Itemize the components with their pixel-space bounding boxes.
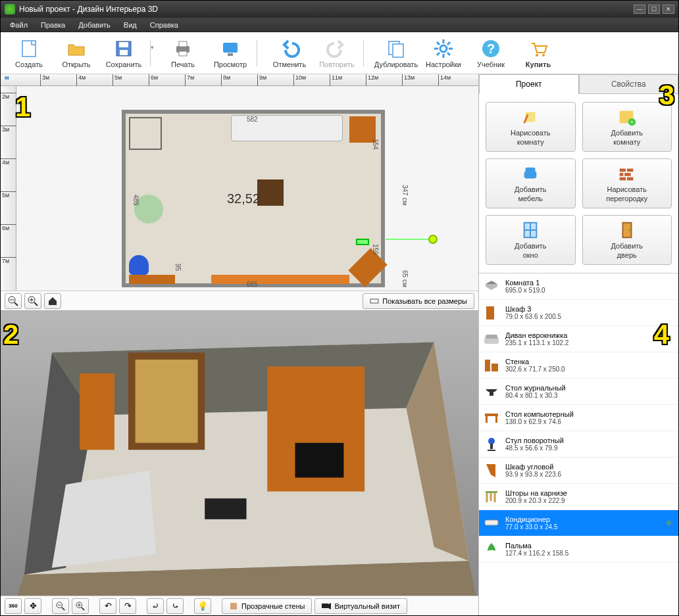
list-item[interactable]: Шторы на карнизе 200.9 x 20.3 x 222.9 (479, 484, 678, 510)
transparent-walls-button[interactable]: Прозрачные стены (222, 598, 312, 614)
list-item[interactable]: Стул поворотный 48.5 x 56.6 x 79.9 (479, 431, 678, 458)
furniture-corner[interactable] (129, 117, 162, 150)
minimize-button[interactable]: — (634, 5, 645, 14)
rotate-360-button[interactable]: 360 (5, 598, 22, 614)
dim-left: 489 (132, 195, 139, 206)
virtual-visit-button[interactable]: Виртуальный визит (314, 598, 407, 614)
furniture-ac[interactable] (356, 239, 369, 245)
draw-room-button[interactable]: Нарисоватькомнату (486, 102, 576, 152)
svg-marker-43 (52, 471, 156, 568)
furniture-wardrobe-angle[interactable] (348, 248, 387, 287)
save-button[interactable]: Сохранить (101, 34, 147, 72)
svg-line-26 (14, 302, 18, 306)
list-item[interactable]: Шкаф 3 79.0 x 63.6 x 200.5 (479, 300, 678, 326)
object-name: Стол журнальный (505, 384, 660, 392)
menu-edit[interactable]: Правка (34, 20, 72, 30)
svg-line-19 (447, 42, 450, 45)
buy-button[interactable]: Купить (515, 34, 561, 72)
add-window-button[interactable]: Добавитьокно (486, 215, 576, 265)
svg-rect-41 (295, 443, 343, 478)
settings-button[interactable]: Настройки (420, 34, 466, 72)
open-button[interactable]: Открыть (53, 34, 99, 72)
create-button[interactable]: Создать (6, 34, 52, 72)
object-dimensions: 48.5 x 56.6 x 79.9 (505, 444, 660, 452)
tilt-up-button[interactable]: ⤾ (147, 598, 164, 614)
object-name: Стенка (505, 358, 660, 366)
visibility-icon[interactable]: 👁 (665, 335, 674, 344)
menu-view[interactable]: Вид (117, 20, 143, 30)
menu-help[interactable]: Справка (143, 20, 185, 30)
separator: ▾ (150, 40, 157, 66)
svg-rect-59 (526, 168, 536, 173)
view-3d[interactable] (1, 311, 478, 596)
list-item[interactable]: Стенка 302.6 x 71.7 x 250.0 (479, 352, 678, 379)
object-icon (483, 541, 500, 558)
svg-rect-60 (620, 169, 626, 172)
object-icon (483, 383, 500, 400)
object-name: Пальма (505, 542, 660, 550)
list-item[interactable]: Диван еврокнижка 235.1 x 113.1 x 102.2 👁 (479, 326, 678, 352)
furniture-chair[interactable] (129, 255, 149, 275)
zoom-out-3d-button[interactable] (52, 598, 69, 614)
help-button[interactable]: ?Учебник (468, 34, 514, 72)
tilt-down-button[interactable]: ⤿ (166, 598, 184, 614)
object-dimensions: 79.0 x 63.6 x 200.5 (505, 313, 660, 320)
add-room-button[interactable]: +Добавитькомнату (582, 102, 672, 152)
home-button[interactable] (44, 293, 61, 309)
rotate-right-button[interactable]: ↷ (119, 598, 136, 614)
redo-button[interactable]: Повторить (314, 34, 360, 72)
svg-line-29 (34, 302, 38, 306)
show-all-dims-button[interactable]: Показывать все размеры (363, 293, 474, 309)
zoom-in-button[interactable] (24, 293, 41, 309)
list-item[interactable]: Стол компьютерный 138.0 x 62.9 x 74.6 (479, 405, 678, 431)
marker-icon (428, 235, 438, 244)
light-button[interactable]: 💡 (194, 598, 211, 614)
dim-door: 95 (174, 264, 182, 271)
list-item[interactable]: Шкаф угловой 93.9 x 93.8 x 223.6 (479, 458, 678, 484)
svg-line-49 (82, 607, 84, 609)
pan-button[interactable]: ✥ (24, 598, 41, 614)
list-item[interactable]: Стол журнальный 80.4 x 80.1 x 30.3 (479, 379, 678, 405)
object-list[interactable]: Комната 1 695.0 x 519.0 Шкаф 3 79.0 x 63… (479, 273, 678, 615)
svg-line-18 (437, 53, 440, 55)
menu-file[interactable]: Файл (3, 20, 34, 30)
object-dimensions: 302.6 x 71.7 x 250.0 (505, 366, 660, 373)
menu-add[interactable]: Добавить (72, 20, 117, 30)
rotate-left-button[interactable]: ↶ (99, 598, 116, 614)
undo-button[interactable]: Отменить (266, 34, 313, 72)
preview-button[interactable]: Просмотр (207, 34, 253, 72)
svg-rect-76 (490, 392, 493, 396)
close-button[interactable]: ✕ (663, 5, 674, 14)
print-button[interactable]: Печать (160, 34, 206, 72)
add-door-button[interactable]: Добавитьдверь (582, 215, 672, 265)
object-dimensions: 695.0 x 519.0 (505, 287, 660, 294)
duplicate-button[interactable]: Дублировать (373, 34, 419, 72)
plan-canvas[interactable]: 32,52 582 347 см 154 489 665 95 159 65 с… (16, 86, 478, 291)
svg-rect-6 (179, 51, 187, 56)
svg-rect-78 (486, 416, 488, 423)
list-item[interactable]: Комната 1 695.0 x 519.0 (479, 273, 678, 300)
add-furniture-button[interactable]: Добавитьмебель (486, 158, 576, 208)
list-item[interactable]: Пальма 127.4 x 116.2 x 158.5 (479, 536, 678, 563)
svg-rect-53 (322, 604, 328, 608)
tab-properties[interactable]: Свойства (579, 74, 679, 94)
furniture-desk[interactable] (129, 275, 175, 284)
svg-rect-0 (22, 41, 36, 57)
svg-rect-32 (370, 299, 378, 303)
zoom-in-3d-button[interactable] (72, 598, 89, 614)
svg-rect-65 (627, 178, 633, 181)
svg-rect-52 (230, 603, 237, 609)
separator (363, 40, 370, 66)
furniture-shelf[interactable] (211, 275, 349, 284)
furniture-table[interactable] (257, 179, 284, 206)
draw-wall-button[interactable]: Нарисоватьперегородку (582, 158, 672, 208)
tab-project[interactable]: Проект (479, 74, 579, 94)
zoom-out-button[interactable] (5, 293, 22, 309)
maximize-button[interactable]: ☐ (648, 5, 660, 14)
visibility-icon[interactable]: 👁 (665, 519, 674, 528)
svg-point-70 (628, 229, 630, 231)
svg-rect-3 (120, 50, 128, 55)
svg-rect-42 (205, 498, 246, 519)
object-dimensions: 80.4 x 80.1 x 30.3 (505, 392, 660, 399)
list-item[interactable]: Кондиционер 77.0 x 33.0 x 24.5 👁 (479, 510, 678, 536)
